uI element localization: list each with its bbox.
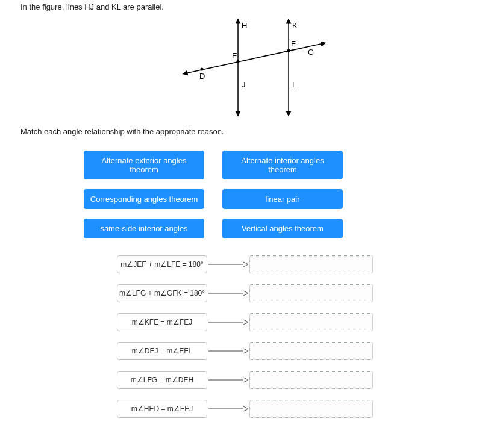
match-row: m∠LFG = m∠DEH — [117, 371, 454, 389]
arrow-icon — [207, 260, 249, 269]
instruction-text: Match each angle relationship with the a… — [20, 127, 482, 136]
match-row: m∠LFG + m∠GFK = 180° — [117, 284, 454, 302]
drop-target[interactable] — [249, 284, 373, 302]
arrow-icon — [207, 347, 249, 355]
drop-target[interactable] — [249, 342, 373, 360]
chip-alt-exterior[interactable]: Alternate exterior angles theorem — [84, 151, 204, 179]
lhs-box: m∠HED = m∠FEJ — [117, 400, 207, 418]
drop-target[interactable] — [249, 255, 373, 273]
chip-row: Alternate exterior angles theorem Altern… — [84, 151, 343, 179]
chip-alt-interior[interactable]: Alternate interior angles theorem — [222, 151, 343, 179]
intro-text: In the figure, lines HJ and KL are paral… — [20, 2, 482, 11]
lhs-box: m∠LFG = m∠DEH — [117, 371, 207, 389]
arrow-icon — [207, 289, 249, 297]
label-J: J — [242, 80, 246, 89]
drop-target[interactable] — [249, 400, 373, 418]
reason-chips: Alternate exterior angles theorem Altern… — [45, 151, 382, 238]
chip-linear-pair[interactable]: linear pair — [222, 189, 343, 209]
chip-vertical-angles[interactable]: Vertical angles theorem — [222, 219, 343, 238]
label-F: F — [291, 39, 296, 48]
chip-same-side-interior[interactable]: same-side interior angles — [84, 219, 204, 238]
label-D: D — [199, 72, 205, 81]
lhs-box: m∠JEF + m∠LFE = 180° — [117, 255, 207, 273]
chip-row: same-side interior angles Vertical angle… — [84, 219, 343, 238]
figure-container: H J K L D E F G — [20, 16, 482, 119]
match-row: m∠KFE = m∠FEJ — [117, 313, 454, 331]
match-row: m∠DEJ = m∠EFL — [117, 342, 454, 360]
match-row: m∠JEF + m∠LFE = 180° — [117, 255, 454, 273]
lhs-box: m∠DEJ = m∠EFL — [117, 342, 207, 360]
match-area: m∠JEF + m∠LFE = 180° m∠LFG + m∠GFK = 180… — [117, 255, 454, 418]
lhs-box: m∠LFG + m∠GFK = 180° — [117, 284, 207, 302]
arrow-icon — [207, 405, 249, 413]
page-root: In the figure, lines HJ and KL are paral… — [0, 0, 482, 430]
chip-corresponding[interactable]: Corresponding angles theorem — [84, 189, 204, 209]
label-E: E — [232, 51, 237, 60]
geometry-figure: H J K L D E F G — [167, 16, 336, 119]
drop-target[interactable] — [249, 313, 373, 331]
arrow-icon — [207, 376, 249, 384]
match-row: m∠HED = m∠FEJ — [117, 400, 454, 418]
label-K: K — [292, 21, 298, 30]
label-L: L — [292, 80, 296, 89]
lhs-box: m∠KFE = m∠FEJ — [117, 313, 207, 331]
drop-target[interactable] — [249, 371, 373, 389]
label-G: G — [308, 48, 314, 57]
chip-row: Corresponding angles theorem linear pair — [84, 189, 343, 209]
svg-point-1 — [201, 68, 204, 71]
svg-line-0 — [185, 43, 324, 73]
label-H: H — [242, 21, 247, 30]
arrow-icon — [207, 318, 249, 326]
